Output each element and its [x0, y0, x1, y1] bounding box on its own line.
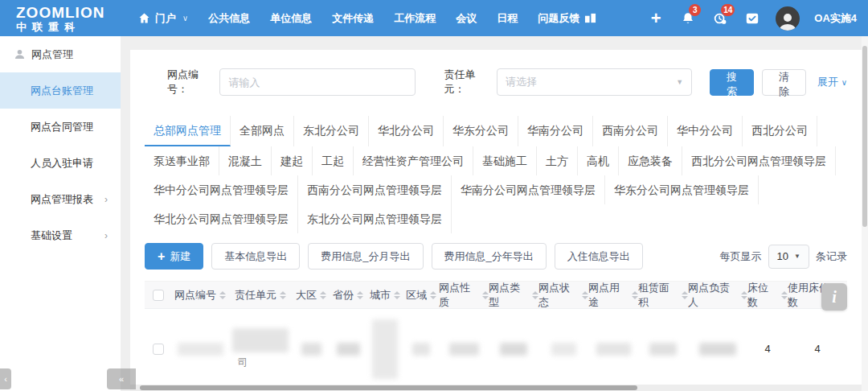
sort-icon[interactable] [394, 291, 400, 299]
nav-item-4[interactable]: 文件传递 [332, 11, 374, 26]
vertical-scrollbar-thumb[interactable] [862, 46, 867, 227]
tab-8[interactable]: 华中分公司 [668, 116, 743, 146]
sidebar-item-3[interactable]: 网点合同管理 [0, 109, 121, 145]
collapse-panel-button[interactable]: ‹ [0, 368, 11, 389]
export-button-1[interactable]: 基本信息导出 [211, 243, 300, 270]
sort-icon[interactable] [280, 291, 286, 299]
chevron-down-icon: ∨ [841, 78, 847, 87]
tab-14[interactable]: 经营性资产管理公司 [354, 146, 473, 175]
sort-icon[interactable] [482, 291, 489, 299]
new-button[interactable]: + 新建 [145, 243, 203, 270]
sort-icon[interactable] [582, 291, 588, 299]
sidebar-item-6[interactable]: 基础设置› [0, 217, 121, 253]
nav-item-7[interactable]: 日程 [497, 11, 518, 26]
avatar[interactable] [776, 6, 800, 31]
sort-icon[interactable] [357, 291, 363, 299]
row-checkbox[interactable] [153, 344, 164, 355]
sort-icon[interactable] [632, 291, 638, 299]
tab-19[interactable]: 西北分公司网点管理领导层 [682, 146, 836, 175]
tab-9[interactable]: 西北分公司 [743, 116, 817, 146]
pending-tasks-icon[interactable]: 14 [711, 10, 729, 27]
tab-22[interactable]: 华南分公司网点管理领导层 [452, 175, 605, 204]
column-header-2[interactable]: 责任单元 [228, 288, 293, 303]
sort-icon[interactable] [682, 291, 688, 299]
column-header-label: 网点编号 [174, 288, 216, 303]
nav-item-6[interactable]: 会议 [456, 11, 477, 26]
column-header-label: 责任单元 [235, 288, 276, 303]
column-header-5[interactable]: 城市 [366, 288, 403, 303]
sort-icon[interactable] [532, 291, 538, 299]
column-header-11[interactable]: 租赁面积 [638, 281, 688, 310]
expand-link[interactable]: 展开 ∨ [817, 75, 847, 89]
sort-icon[interactable] [741, 291, 747, 299]
page-size-select[interactable]: 10 ▼ [768, 245, 809, 269]
tab-18[interactable]: 应急装备 [619, 146, 682, 175]
tab-5[interactable]: 华东分公司 [444, 116, 518, 146]
tab-10[interactable]: 泵送事业部 [145, 146, 219, 175]
tab-11[interactable]: 混凝土 [219, 146, 272, 175]
tab-6[interactable]: 华南分公司 [518, 116, 593, 146]
column-header-10[interactable]: 网点用途 [588, 281, 638, 310]
column-header-7[interactable]: 网点性质 [439, 281, 489, 310]
tab-25[interactable]: 东北分公司网点管理领导层 [298, 204, 452, 233]
sidebar-item-2[interactable]: 网点台账管理 [0, 72, 121, 109]
export-button-4[interactable]: 入住信息导出 [555, 243, 643, 270]
nav-item-1[interactable]: 门户∨ [138, 11, 188, 26]
notifications-bell-icon[interactable]: 3 [679, 10, 697, 27]
column-header-8[interactable]: 网点类型 [489, 281, 538, 310]
nav-item-2[interactable]: 公共信息 [208, 11, 250, 26]
collapse-sidebar-button[interactable]: « [107, 368, 136, 389]
module-icon [14, 49, 25, 60]
export-button-3[interactable]: 费用信息_分年导出 [432, 243, 547, 270]
tab-16[interactable]: 土方 [537, 146, 578, 175]
column-header-1[interactable]: 网点编号 [172, 288, 228, 303]
search-button[interactable]: 搜索 [710, 69, 754, 96]
tab-2[interactable]: 全部网点 [231, 116, 294, 146]
select-all-checkbox[interactable] [153, 290, 164, 301]
column-header-13[interactable]: 床位数 [747, 281, 788, 310]
username: OA实施4 [814, 11, 857, 26]
outlet-number-input[interactable] [219, 68, 415, 96]
horizontal-scrollbar-thumb[interactable] [140, 385, 637, 390]
nav-item-5[interactable]: 工作流程 [394, 11, 436, 26]
sort-icon[interactable] [219, 291, 226, 299]
column-header-3[interactable]: 大区 [293, 288, 330, 303]
tab-24[interactable]: 华北分公司网点管理领导层 [145, 204, 298, 233]
column-header-12[interactable]: 网点负责人 [688, 281, 747, 310]
tab-13[interactable]: 工起 [313, 146, 354, 175]
column-header-label: 租赁面积 [638, 281, 678, 310]
approvals-check-icon[interactable] [743, 10, 761, 27]
column-header-9[interactable]: 网点状态 [538, 281, 588, 310]
sort-icon[interactable] [430, 291, 436, 299]
sidebar-item-1[interactable]: 网点管理 [0, 36, 121, 72]
sort-icon[interactable] [320, 291, 326, 299]
tab-17[interactable]: 高机 [578, 146, 619, 175]
tab-20[interactable]: 华中分公司网点管理领导层 [145, 175, 298, 204]
horizontal-scrollbar[interactable] [130, 385, 862, 391]
tab-7[interactable]: 西南分公司 [593, 116, 668, 146]
clear-button[interactable]: 清除 [762, 69, 806, 96]
vertical-scrollbar[interactable] [862, 36, 868, 391]
sort-icon[interactable] [781, 291, 788, 299]
info-button[interactable]: i [821, 283, 847, 311]
tab-12[interactable]: 建起 [272, 146, 313, 175]
responsible-unit-select[interactable]: 请选择 ▼ [497, 68, 692, 96]
tab-21[interactable]: 西南分公司网点管理领导层 [298, 175, 452, 204]
add-icon[interactable]: + [647, 10, 665, 27]
sidebar-item-5[interactable]: 网点管理报表› [0, 181, 121, 217]
tab-4[interactable]: 华北分公司 [369, 116, 444, 146]
tab-3[interactable]: 东北分公司 [294, 116, 369, 146]
tab-23[interactable]: 华东分公司网点管理领导层 [605, 175, 759, 204]
nav-item-8[interactable]: 问题反馈 [538, 11, 596, 26]
sidebar-item-4[interactable]: 人员入驻申请 [0, 145, 121, 181]
tab-15[interactable]: 基础施工 [473, 146, 537, 175]
tab-1[interactable]: 总部网点管理 [145, 116, 231, 146]
column-header-6[interactable]: 区域 [403, 288, 439, 303]
column-header-4[interactable]: 省份 [330, 288, 366, 303]
export-buttons: 基本信息导出费用信息_分月导出费用信息_分年导出入住信息导出 [211, 243, 650, 270]
top-header: ZOOMLION 中联重科 门户∨公共信息单位信息文件传递工作流程会议日程问题反… [0, 0, 868, 36]
sidebar-item-label: 网点管理报表 [31, 192, 93, 207]
table-row[interactable]: 司44 [145, 309, 847, 389]
export-button-2[interactable]: 费用信息_分月导出 [308, 243, 423, 270]
nav-item-3[interactable]: 单位信息 [270, 11, 312, 26]
